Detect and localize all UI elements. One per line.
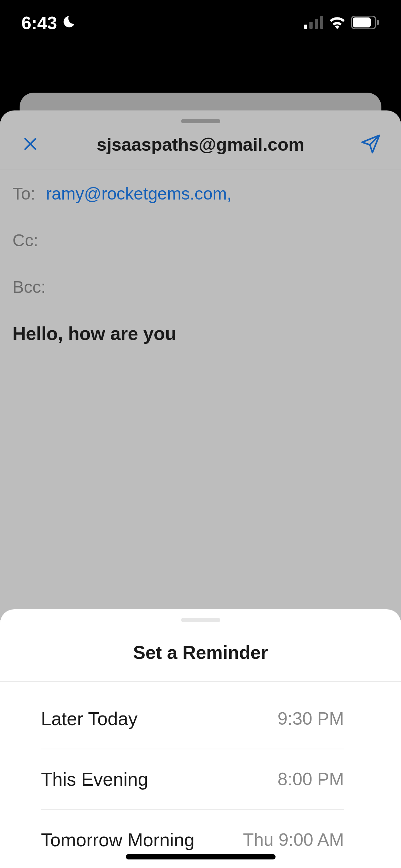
reminder-option-label: Tomorrow Morning (41, 829, 195, 851)
reminder-option-later-today[interactable]: Later Today 9:30 PM (41, 682, 344, 749)
compose-fields: To: ramy@rocketgems.com, Cc: Bcc: (0, 170, 401, 310)
reminder-sheet-title: Set a Reminder (0, 622, 401, 682)
cellular-signal-icon (304, 16, 323, 30)
send-icon (360, 134, 381, 156)
status-indicators (304, 16, 380, 31)
status-time: 6:43 (21, 13, 57, 33)
reminder-option-time: 9:30 PM (278, 708, 344, 729)
reminder-option-this-evening[interactable]: This Evening 8:00 PM (41, 749, 344, 810)
cc-label: Cc: (12, 231, 38, 250)
svg-rect-3 (320, 16, 323, 29)
reminder-options-list: Later Today 9:30 PM This Evening 8:00 PM… (0, 682, 401, 868)
compose-header: sjsaaspaths@gmail.com (0, 123, 401, 170)
bcc-label: Bcc: (12, 277, 46, 297)
cc-field[interactable]: Cc: (12, 217, 389, 264)
svg-rect-2 (315, 19, 318, 29)
to-label: To: (12, 184, 35, 203)
wifi-icon (328, 16, 346, 31)
to-value: ramy@rocketgems.com, (46, 184, 232, 203)
compose-subject[interactable]: Hello, how are you (0, 310, 401, 357)
home-indicator[interactable] (126, 854, 276, 859)
close-button[interactable] (20, 134, 41, 155)
reminder-sheet: Set a Reminder Later Today 9:30 PM This … (0, 609, 401, 868)
reminder-option-time: 8:00 PM (278, 769, 344, 790)
do-not-disturb-icon (61, 13, 76, 33)
reminder-option-label: This Evening (41, 769, 148, 790)
status-time-group: 6:43 (21, 13, 76, 33)
reminder-option-label: Later Today (41, 708, 138, 729)
battery-icon (351, 16, 380, 31)
svg-rect-1 (309, 22, 313, 29)
compose-grabber[interactable] (181, 119, 220, 123)
bcc-field[interactable]: Bcc: (12, 264, 389, 310)
close-icon (21, 135, 39, 154)
reminder-option-time: Thu 9:00 AM (243, 830, 344, 850)
send-button[interactable] (360, 134, 381, 155)
to-field[interactable]: To: ramy@rocketgems.com, (12, 170, 389, 217)
svg-rect-6 (377, 20, 379, 25)
reminder-grabber[interactable] (181, 618, 220, 622)
svg-rect-5 (353, 17, 371, 27)
svg-rect-0 (304, 25, 307, 29)
compose-from-email: sjsaaspaths@gmail.com (41, 134, 360, 155)
status-bar: 6:43 (0, 0, 401, 46)
